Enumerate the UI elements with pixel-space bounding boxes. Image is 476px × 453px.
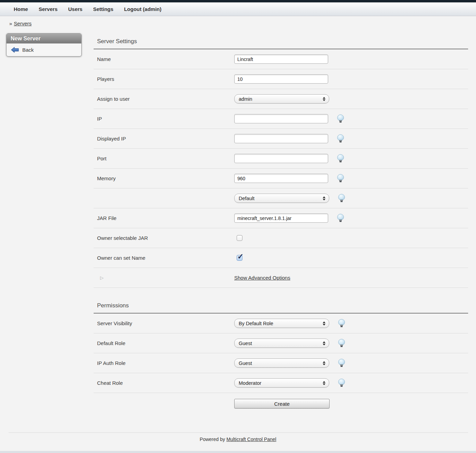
server-form: Server Settings Name Players Assign to u… — [94, 33, 468, 414]
cheat-role-select[interactable]: Moderator — [234, 378, 329, 388]
advanced-collapsed-triangle-icon: ▷ — [94, 275, 234, 280]
select-arrows-icon — [323, 321, 325, 326]
breadcrumb-marker-icon: » — [9, 21, 12, 26]
port-hint-lightbulb-icon[interactable] — [337, 154, 344, 163]
cheat-role-hint-lightbulb-icon[interactable] — [338, 379, 345, 387]
form-row-name: Name — [94, 49, 468, 69]
form-row-ip-auth-role: IP Auth Role Guest — [94, 353, 468, 373]
owner-selectable-jar-checkbox[interactable]: ✓ — [237, 235, 242, 241]
default-role-value: Guest — [239, 341, 252, 346]
default-hint-lightbulb-icon[interactable] — [338, 194, 345, 203]
multicraft-link[interactable]: Multicraft Control Panel — [226, 437, 276, 442]
nav-item-settings[interactable]: Settings — [93, 6, 113, 12]
players-label: Players — [94, 76, 234, 82]
form-row-default-role: Default Role Guest — [94, 333, 468, 353]
form-row-cheat-role: Cheat Role Moderator — [94, 373, 468, 393]
default-select-value: Default — [239, 196, 254, 201]
select-arrows-icon — [323, 196, 325, 200]
port-label: Port — [94, 156, 234, 161]
ip-auth-role-value: Guest — [239, 360, 252, 366]
form-row-owner-can-set-name: Owner can set Name ✓ — [94, 248, 468, 268]
displayed-ip-input[interactable] — [234, 134, 328, 143]
server-visibility-select[interactable]: By Default Role — [234, 319, 329, 328]
select-arrows-icon — [323, 361, 325, 365]
jar-file-input[interactable] — [234, 213, 328, 223]
nav-item-users[interactable]: Users — [68, 6, 83, 12]
bottom-strip — [0, 451, 476, 453]
panel-title: New Server — [7, 34, 81, 44]
nav-item-home[interactable]: Home — [14, 6, 28, 12]
cheat-role-label: Cheat Role — [94, 380, 234, 386]
ip-hint-lightbulb-icon[interactable] — [337, 114, 344, 123]
nav-item-servers[interactable]: Servers — [39, 6, 58, 12]
jar-file-hint-lightbulb-icon[interactable] — [337, 214, 344, 222]
name-label: Name — [94, 56, 234, 62]
nav-item-logout[interactable]: Logout (admin) — [124, 6, 162, 12]
default-role-hint-lightbulb-icon[interactable] — [338, 339, 345, 347]
permissions-heading: Permissions — [94, 297, 468, 314]
back-label: Back — [22, 47, 34, 53]
back-arrow-icon — [11, 47, 19, 53]
memory-hint-lightbulb-icon[interactable] — [337, 174, 344, 183]
default-role-select[interactable]: Guest — [234, 339, 329, 348]
server-settings-heading: Server Settings — [94, 33, 468, 49]
ip-input[interactable] — [234, 114, 328, 123]
ip-auth-role-select[interactable]: Guest — [234, 358, 329, 368]
default-select[interactable]: Default — [234, 194, 329, 203]
select-arrows-icon — [323, 97, 325, 101]
form-row-assign-user: Assign to user admin — [94, 89, 468, 109]
new-server-panel: New Server Back — [6, 33, 82, 57]
assign-user-value: admin — [239, 96, 252, 102]
jar-file-label: JAR File — [94, 215, 234, 221]
back-button[interactable]: Back — [7, 44, 81, 56]
form-row-players: Players — [94, 69, 468, 89]
server-visibility-value: By Default Role — [239, 321, 273, 326]
footer-prefix: Powered by — [200, 437, 226, 442]
footer-divider — [9, 432, 468, 433]
memory-input[interactable] — [234, 174, 328, 183]
cheat-role-value: Moderator — [239, 380, 261, 386]
owner-can-set-name-checkbox[interactable]: ✓ — [237, 255, 242, 261]
form-row-default-select: Default — [94, 188, 468, 208]
form-row-displayed-ip: Displayed IP — [94, 129, 468, 149]
memory-label: Memory — [94, 175, 234, 181]
breadcrumb: »Servers — [9, 21, 476, 26]
displayed-ip-label: Displayed IP — [94, 136, 234, 142]
port-input[interactable] — [234, 154, 328, 163]
select-arrows-icon — [323, 381, 325, 385]
form-row-server-visibility: Server Visibility By Default Role — [94, 314, 468, 333]
owner-can-set-name-label: Owner can set Name — [94, 255, 234, 261]
form-row-port: Port — [94, 149, 468, 169]
ip-auth-role-label: IP Auth Role — [94, 360, 234, 366]
name-input[interactable] — [234, 54, 328, 64]
breadcrumb-servers-link[interactable]: Servers — [14, 21, 32, 26]
server-visibility-hint-lightbulb-icon[interactable] — [338, 319, 345, 328]
create-button[interactable]: Create — [234, 399, 330, 408]
assign-user-label: Assign to user — [94, 96, 234, 102]
server-visibility-label: Server Visibility — [94, 320, 234, 326]
top-dark-strip — [0, 0, 476, 2]
main-navbar: Home Servers Users Settings Logout (admi… — [0, 2, 476, 16]
form-row-advanced-options: ▷ Show Advanced Options — [94, 268, 468, 288]
form-row-memory: Memory — [94, 169, 468, 188]
form-row-owner-selectable-jar: Owner selectable JAR ✓ — [94, 228, 468, 248]
default-role-label: Default Role — [94, 340, 234, 346]
show-advanced-options-link[interactable]: Show Advanced Options — [234, 275, 290, 281]
form-row-jar-file: JAR File — [94, 208, 468, 228]
ip-label: IP — [94, 116, 234, 122]
ip-auth-role-hint-lightbulb-icon[interactable] — [338, 359, 345, 367]
assign-user-select[interactable]: admin — [234, 94, 329, 103]
footer: Powered by Multicraft Control Panel — [0, 437, 476, 442]
owner-selectable-jar-label: Owner selectable JAR — [94, 235, 234, 241]
displayed-ip-hint-lightbulb-icon[interactable] — [337, 134, 344, 143]
form-row-ip: IP — [94, 109, 468, 129]
players-input[interactable] — [234, 74, 328, 84]
select-arrows-icon — [323, 341, 325, 345]
form-row-create: Create — [94, 393, 468, 414]
